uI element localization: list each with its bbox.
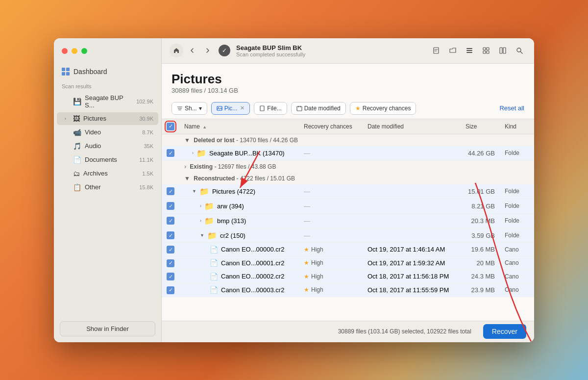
row-checkbox-cell[interactable]: ✓ — [162, 184, 179, 199]
row-recovery-cell: — — [299, 228, 363, 243]
search-button[interactable] — [513, 44, 526, 57]
row-checkbox-cell[interactable]: ✓ — [162, 146, 179, 161]
date-filter-btn[interactable]: Date modified — [291, 102, 346, 115]
recovery-filter-btn[interactable]: ★ Recovery chances — [350, 102, 416, 115]
grid-view-btn[interactable] — [479, 44, 493, 57]
recover-button[interactable]: Recover — [483, 324, 526, 339]
file-icon-btn[interactable] — [429, 44, 443, 57]
folder-icon: 📁 — [204, 216, 214, 226]
expand-icon[interactable]: › — [192, 151, 194, 155]
folder-icon: 📁 — [196, 149, 206, 158]
row-name-cell: ▼ 📁 cr2 (150) — [179, 228, 299, 243]
filter-bar: Sh... ▾ Pic... ✕ File... Date modified ★… — [162, 98, 534, 119]
expand-icon[interactable]: ▼ — [200, 233, 204, 238]
row-date-cell — [363, 213, 461, 228]
row-recovery-cell: ★ High — [299, 243, 363, 256]
file-name: Pictures (4722) — [212, 188, 255, 195]
row-checkbox[interactable]: ✓ — [167, 246, 174, 253]
row-kind-cell: Folde — [500, 213, 534, 228]
row-checkbox-cell[interactable]: ✓ — [162, 213, 179, 228]
group-reconstructed: ▼ Reconstructed - 4722 files / 15.01 GB — [162, 173, 534, 184]
sidebar-item-pictures[interactable]: › 🖼 Pictures 30.9K — [57, 112, 158, 125]
svg-rect-1 — [466, 48, 472, 49]
row-date-cell — [363, 146, 461, 161]
dashboard-item[interactable]: Dashboard — [54, 64, 161, 79]
folder-icon: 📁 — [204, 202, 214, 211]
sidebar-item-video[interactable]: 📹 Video 8.7K — [57, 126, 158, 139]
file-name: Canon EO...00002.cr2 — [221, 273, 284, 280]
row-size-cell: 15.01 GB — [461, 184, 500, 199]
row-checkbox[interactable]: ✓ — [167, 149, 174, 157]
recovery-label: High — [311, 286, 323, 293]
close-icon[interactable]: ✕ — [240, 105, 245, 111]
row-checkbox-cell[interactable]: ✓ — [162, 243, 179, 256]
row-checkbox[interactable]: ✓ — [167, 202, 174, 210]
th-date[interactable]: Date modified — [363, 119, 461, 134]
row-checkbox[interactable]: ✓ — [167, 231, 174, 239]
sidebar-item-label: Seagate BUP S... — [85, 94, 134, 109]
split-view-btn[interactable] — [496, 44, 510, 57]
row-checkbox-cell[interactable]: ✓ — [162, 199, 179, 213]
folder-icon-btn[interactable] — [446, 44, 460, 57]
file-name: arw (394) — [217, 203, 244, 210]
row-checkbox-cell[interactable]: ✓ — [162, 270, 179, 283]
file-icon: 📄 — [210, 273, 218, 280]
row-checkbox-cell[interactable]: ✓ — [162, 228, 179, 243]
th-kind[interactable]: Kind — [500, 119, 534, 134]
group-expand-icon[interactable]: › — [184, 163, 186, 170]
drive-info: Seagate BUP Slim BK Scan completed succe… — [236, 44, 305, 57]
forward-button[interactable] — [201, 44, 215, 57]
group-collapse-icon[interactable]: ▼ — [184, 175, 190, 182]
minimize-button[interactable] — [72, 48, 77, 54]
sidebar-item-seagate[interactable]: 💾 Seagate BUP S... 102.9K — [57, 92, 158, 111]
row-checkbox-cell[interactable]: ✓ — [162, 256, 179, 270]
row-checkbox-cell[interactable]: ✓ — [162, 283, 179, 297]
group-deleted: ▼ Deleted or lost - 13470 files / 44.26 … — [162, 134, 534, 146]
th-name[interactable]: Name ▲ — [179, 119, 299, 134]
star-icon: ★ — [304, 273, 309, 280]
reset-all-button[interactable]: Reset all — [499, 104, 524, 112]
file-icon: 📄 — [210, 246, 218, 253]
group-existing: › Existing - 12697 files / 43.88 GB — [162, 160, 534, 173]
select-all-checkbox[interactable]: ✓ — [167, 123, 174, 130]
show-finder-button[interactable]: Show in Finder — [60, 321, 155, 336]
show-filter-btn[interactable]: Sh... ▾ — [172, 102, 207, 115]
expand-icon[interactable]: ▼ — [192, 189, 196, 194]
sidebar: Dashboard Scan results 💾 Seagate BUP S..… — [54, 38, 162, 342]
svg-rect-2 — [466, 50, 472, 51]
sidebar-item-count: 35K — [144, 143, 153, 149]
maximize-button[interactable] — [81, 48, 87, 54]
row-checkbox[interactable]: ✓ — [167, 259, 174, 267]
list-view-btn[interactable] — [463, 44, 476, 57]
row-kind-cell: Folde — [500, 184, 534, 199]
show-filter-label: Sh... — [185, 105, 197, 112]
sidebar-item-count: 102.9K — [136, 99, 153, 104]
sidebar-item-archives[interactable]: 🗂 Archives 1.5K — [57, 167, 158, 180]
th-size[interactable]: Size — [461, 119, 500, 134]
file-filter-btn[interactable]: File... — [254, 102, 287, 115]
page-subtitle: 30889 files / 103.14 GB — [172, 87, 524, 94]
home-button[interactable] — [170, 44, 183, 57]
toolbar-nav — [170, 44, 215, 57]
sidebar-item-count: 1.5K — [142, 171, 153, 177]
expand-icon[interactable]: › — [200, 218, 201, 223]
table-row: ✓ 📄 Canon EO...00000.cr2 ★ High — [162, 243, 534, 256]
row-size-cell: 20 MB — [461, 256, 500, 270]
pictures-filter-btn[interactable]: Pic... ✕ — [211, 102, 250, 115]
group-label: Reconstructed — [194, 175, 235, 182]
row-checkbox[interactable]: ✓ — [167, 187, 174, 195]
row-checkbox[interactable]: ✓ — [167, 286, 174, 294]
back-button[interactable] — [185, 44, 199, 57]
close-button[interactable] — [62, 48, 68, 54]
th-recovery[interactable]: Recovery chances — [299, 119, 363, 134]
group-label: Deleted or lost — [194, 137, 234, 144]
sidebar-item-documents[interactable]: 📄 Documents 11.1K — [57, 153, 158, 166]
table-header: ✓ Name ▲ Recovery chances Date modified … — [162, 119, 534, 134]
group-collapse-icon[interactable]: ▼ — [184, 137, 190, 144]
row-checkbox[interactable]: ✓ — [167, 273, 174, 280]
expand-icon[interactable]: › — [200, 203, 201, 208]
sidebar-item-audio[interactable]: 🎵 Audio 35K — [57, 140, 158, 152]
archive-icon: 🗂 — [73, 170, 80, 177]
sidebar-item-other[interactable]: 📋 Other 15.8K — [57, 181, 158, 194]
row-checkbox[interactable]: ✓ — [167, 217, 174, 225]
